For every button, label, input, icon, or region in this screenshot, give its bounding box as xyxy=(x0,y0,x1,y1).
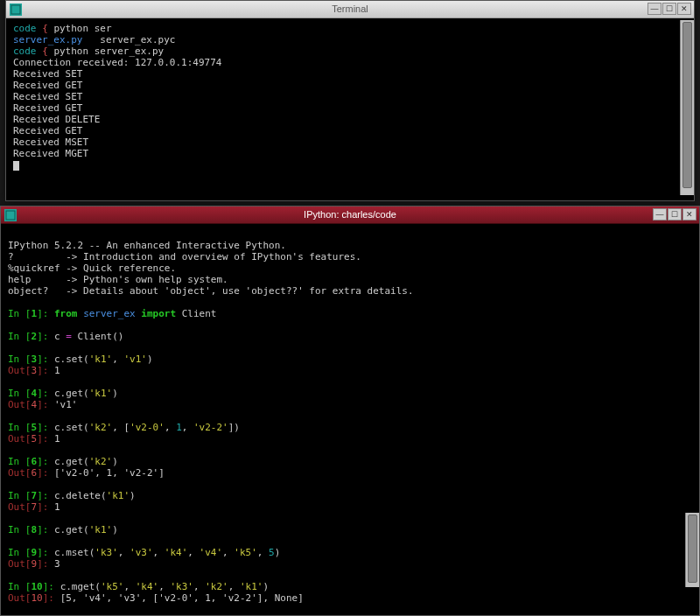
svg-rect-3 xyxy=(6,211,15,220)
output-line: Received GET xyxy=(13,125,82,136)
prompt-sep: { xyxy=(42,23,48,34)
window-title: IPython: charles/code xyxy=(304,209,396,220)
code-token: import xyxy=(141,308,181,319)
close-button[interactable]: ✕ xyxy=(677,3,691,15)
output-line: Received MSET xyxy=(13,136,88,148)
code-token: ) xyxy=(112,388,118,399)
in-prompt: ]: xyxy=(37,456,54,467)
in-prompt: ]: xyxy=(43,581,60,592)
code-token: , xyxy=(228,581,240,592)
code-token: ) xyxy=(112,524,118,536)
terminal-window: Terminal — ☐ ✕ code { python serserver_e… xyxy=(5,0,695,201)
out-value: 1 xyxy=(54,501,60,513)
app-icon xyxy=(4,209,17,221)
code-token: , xyxy=(257,547,269,558)
in-prompt: In [ xyxy=(8,547,32,558)
code-token: 'k5' xyxy=(101,581,124,592)
in-prompt: In [ xyxy=(8,456,32,467)
code-token: 'k1' xyxy=(107,490,130,501)
output-line: Received SET xyxy=(13,91,82,102)
code-token: 'v2-0' xyxy=(130,422,164,433)
titlebar-ipython[interactable]: IPython: charles/code — ☐ ✕ xyxy=(1,206,699,224)
code-token: 'k2' xyxy=(205,581,228,592)
code-token: c.get( xyxy=(54,456,89,467)
out-prompt: ]: xyxy=(37,467,54,479)
code-token: 5 xyxy=(269,547,275,558)
out-number: 10 xyxy=(32,592,43,604)
code-token: server_ex xyxy=(83,308,141,319)
code-token: 'k5' xyxy=(234,547,257,558)
out-value: 'v1' xyxy=(54,399,78,410)
output-line: Received GET xyxy=(13,102,82,114)
out-prompt: Out[ xyxy=(8,592,32,604)
window-controls: — ☐ ✕ xyxy=(648,3,691,15)
prompt-user: code xyxy=(13,46,37,57)
completion-item: server_ex.pyc xyxy=(100,34,175,46)
code-token: ) xyxy=(147,354,153,365)
minimize-button[interactable]: — xyxy=(648,3,662,15)
window-title: Terminal xyxy=(332,4,368,15)
in-prompt: In [ xyxy=(8,388,32,399)
command-text: python ser xyxy=(53,23,111,34)
code-token: , xyxy=(153,547,164,558)
in-prompt: ]: xyxy=(37,524,54,536)
maximize-button[interactable]: ☐ xyxy=(662,3,676,15)
completion-item: server_ex.py xyxy=(13,34,82,46)
code-token: 'k4' xyxy=(164,547,188,558)
scrollbar[interactable] xyxy=(680,20,694,195)
code-token: ) xyxy=(130,490,136,501)
svg-rect-1 xyxy=(11,5,20,14)
out-value: 1 xyxy=(54,433,60,444)
code-token: 'v3' xyxy=(130,547,153,558)
code-token: 'v1' xyxy=(124,354,148,365)
code-token: 'k2' xyxy=(89,456,113,467)
close-button[interactable]: ✕ xyxy=(682,208,696,220)
in-prompt: ]: xyxy=(37,388,54,399)
in-prompt: ]: xyxy=(37,547,54,558)
in-prompt: In [ xyxy=(8,308,32,319)
code-token: , xyxy=(123,581,135,592)
out-value: [5, 'v4', 'v3', ['v2-0', 1, 'v2-2'], Non… xyxy=(60,592,304,604)
scrollbar-thumb[interactable] xyxy=(688,514,697,583)
output-line: Received DELETE xyxy=(13,114,100,125)
in-prompt: ]: xyxy=(37,331,54,342)
command-text: python server_ex.py xyxy=(53,46,164,57)
code-token: Client() xyxy=(78,331,124,342)
in-prompt: In [ xyxy=(8,524,32,536)
in-prompt: ]: xyxy=(37,490,54,501)
out-value: 3 xyxy=(54,558,60,570)
in-prompt: In [ xyxy=(8,422,32,433)
code-token: c.mset( xyxy=(54,547,94,558)
titlebar-terminal[interactable]: Terminal — ☐ ✕ xyxy=(6,1,694,18)
maximize-button[interactable]: ☐ xyxy=(668,208,682,220)
code-token: c.get( xyxy=(54,524,89,536)
code-token: 'k3' xyxy=(94,547,118,558)
code-token: from xyxy=(54,308,83,319)
code-token: c.delete( xyxy=(54,490,107,501)
out-prompt: Out[ xyxy=(8,467,32,479)
scrollbar[interactable] xyxy=(685,513,699,587)
ipython-area[interactable]: IPython 5.2.2 -- An enhanced Interactive… xyxy=(1,224,699,615)
ipython-window: IPython: charles/code — ☐ ✕ IPython 5.2.… xyxy=(0,206,700,616)
code-token: , xyxy=(118,547,130,558)
terminal-area[interactable]: code { python serserver_ex.py server_ex.… xyxy=(6,18,694,200)
in-prompt: In [ xyxy=(8,581,32,592)
code-token: 'k1' xyxy=(89,388,113,399)
code-token: 'k1' xyxy=(89,524,113,536)
out-prompt: ]: xyxy=(37,433,54,444)
out-prompt: ]: xyxy=(37,501,54,513)
code-token: 'k3' xyxy=(170,581,193,592)
output-line: Received MGET xyxy=(13,148,88,159)
scrollbar-thumb[interactable] xyxy=(682,22,692,188)
output-line: Received SET xyxy=(13,68,82,80)
code-token: , xyxy=(158,581,170,592)
out-value: 1 xyxy=(54,365,60,376)
code-token: ) xyxy=(112,456,118,467)
code-token: , xyxy=(193,581,205,592)
code-token: Client xyxy=(182,308,217,319)
code-token: 'k4' xyxy=(136,581,159,592)
prompt-sep: { xyxy=(42,46,48,57)
minimize-button[interactable]: — xyxy=(653,208,667,220)
code-token: 'k1' xyxy=(240,581,263,592)
code-token: = xyxy=(66,331,77,342)
